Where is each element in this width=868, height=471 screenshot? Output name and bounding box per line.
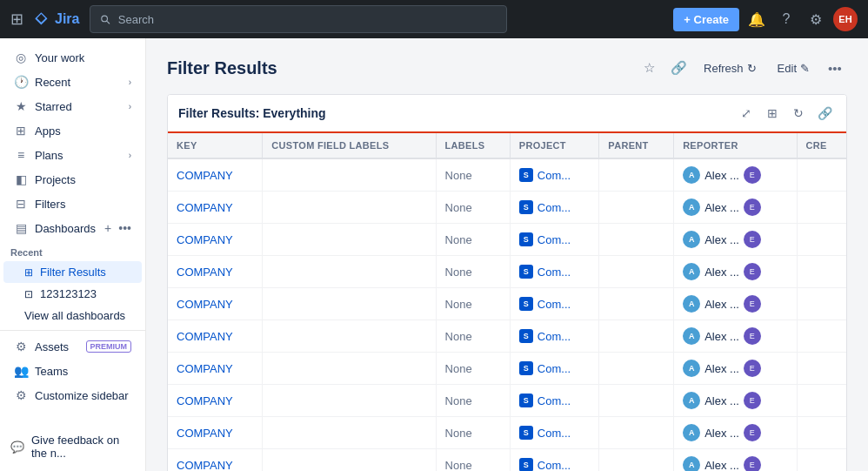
columns-icon-btn[interactable]: ⊞ xyxy=(761,102,784,124)
project-name[interactable]: Com... xyxy=(537,201,571,214)
sidebar-item-recent[interactable]: 🕐 Recent › xyxy=(3,70,142,94)
project-name[interactable]: Com... xyxy=(537,298,571,311)
reporter-avatar: A xyxy=(683,166,700,184)
created-by-avatar: E xyxy=(744,263,761,280)
grid-icon[interactable]: ⊞ xyxy=(10,10,23,29)
created-by-avatar: E xyxy=(744,456,761,471)
cell-key: COMPANY xyxy=(168,192,263,224)
cell-labels: None xyxy=(436,449,510,472)
search-bar[interactable] xyxy=(90,5,507,33)
cell-parent xyxy=(599,256,674,288)
cell-parent xyxy=(599,385,674,417)
cell-labels: None xyxy=(436,353,510,385)
cell-parent xyxy=(599,417,674,449)
sidebar-item-your-work[interactable]: ◎ Your work xyxy=(3,45,142,70)
dashboards-icon: ▤ xyxy=(14,221,28,235)
sidebar-item-teams[interactable]: 👥 Teams xyxy=(3,359,142,383)
key-link[interactable]: COMPANY xyxy=(177,233,233,246)
sidebar-sub-item-view-all[interactable]: View all dashboards xyxy=(3,305,142,326)
cell-project: S Com... xyxy=(510,417,599,449)
project-name[interactable]: Com... xyxy=(537,427,571,440)
key-link[interactable]: COMPANY xyxy=(177,427,233,440)
recent-arrow-icon: › xyxy=(129,77,131,87)
key-link[interactable]: COMPANY xyxy=(177,459,233,472)
sidebar-item-filters[interactable]: ⊟ Filters xyxy=(3,192,142,216)
cell-reporter: A Alex ... E xyxy=(674,353,797,385)
cell-labels: None xyxy=(436,385,510,417)
col-parent: Parent xyxy=(599,133,674,158)
recent-icon: 🕐 xyxy=(14,75,28,89)
search-input[interactable] xyxy=(118,13,498,26)
edit-button[interactable]: Edit ✎ xyxy=(770,57,818,80)
dashboards-more-icon[interactable]: ••• xyxy=(118,221,131,235)
star-button[interactable]: ☆ xyxy=(637,56,661,80)
help-button[interactable]: ? xyxy=(774,7,798,31)
created-by-avatar: E xyxy=(744,392,761,409)
reporter-avatar: A xyxy=(683,360,700,377)
created-by-avatar: E xyxy=(744,424,761,441)
cell-custom-field xyxy=(263,353,436,385)
project-name[interactable]: Com... xyxy=(537,233,571,246)
cell-key: COMPANY xyxy=(168,256,263,288)
cell-labels: None xyxy=(436,192,510,224)
refresh-button[interactable]: Refresh ↻ xyxy=(696,57,765,80)
cell-project: S Com... xyxy=(510,256,599,288)
sidebar-item-apps[interactable]: ⊞ Apps xyxy=(3,118,142,143)
reporter-avatar: A xyxy=(683,392,700,409)
plans-arrow-icon: › xyxy=(129,151,131,160)
key-link[interactable]: COMPANY xyxy=(177,169,233,182)
key-link[interactable]: COMPANY xyxy=(177,362,233,375)
cell-custom-field xyxy=(263,256,436,288)
refresh-icon: ↻ xyxy=(747,62,757,75)
logo[interactable]: Jira xyxy=(34,11,79,27)
sidebar-sub-item-123123123[interactable]: ⊡ 123123123 xyxy=(3,283,142,305)
project-icon: S xyxy=(519,297,533,311)
project-name[interactable]: Com... xyxy=(537,394,571,407)
cell-custom-field xyxy=(263,192,436,224)
col-custom-field: Custom Field Labels xyxy=(263,133,436,158)
key-link[interactable]: COMPANY xyxy=(177,394,233,407)
user-avatar[interactable]: EH xyxy=(833,7,858,31)
create-button[interactable]: + Create xyxy=(673,8,739,31)
reporter-name: Alex ... xyxy=(704,169,739,182)
notifications-button[interactable]: 🔔 xyxy=(744,7,769,31)
sidebar-item-projects[interactable]: ◧ Projects xyxy=(3,167,142,192)
sidebar-sub-item-filter-results[interactable]: ⊞ Filter Results xyxy=(3,261,142,283)
sidebar-item-customize[interactable]: ⚙ Customize sidebar xyxy=(3,383,142,407)
project-name[interactable]: Com... xyxy=(537,266,571,279)
cell-parent xyxy=(599,353,674,385)
sidebar-item-assets[interactable]: ⚙ Assets PREMIUM xyxy=(3,334,142,359)
cell-project: S Com... xyxy=(510,385,599,417)
starred-icon: ★ xyxy=(14,99,28,113)
key-link[interactable]: COMPANY xyxy=(177,298,233,311)
more-button[interactable]: ••• xyxy=(823,56,847,80)
project-name[interactable]: Com... xyxy=(537,169,571,182)
page-title: Filter Results xyxy=(167,58,277,78)
expand-icon-btn[interactable]: ⤢ xyxy=(735,102,758,124)
cell-parent xyxy=(599,449,674,472)
page-header: Filter Results ☆ 🔗 Refresh ↻ Edit ✎ ••• xyxy=(167,56,847,80)
key-link[interactable]: COMPANY xyxy=(177,201,233,214)
project-name[interactable]: Com... xyxy=(537,330,571,343)
cell-created xyxy=(797,449,846,472)
key-link[interactable]: COMPANY xyxy=(177,266,233,279)
card-refresh-btn[interactable]: ↻ xyxy=(787,102,810,124)
project-name[interactable]: Com... xyxy=(537,362,571,375)
cell-parent xyxy=(599,320,674,353)
project-name[interactable]: Com... xyxy=(537,459,571,472)
sidebar-item-plans[interactable]: ≡ Plans › xyxy=(3,143,142,167)
dashboards-add-icon[interactable]: + xyxy=(104,221,111,235)
sidebar-item-starred[interactable]: ★ Starred › xyxy=(3,94,142,118)
link-button[interactable]: 🔗 xyxy=(666,56,691,80)
share-link-btn[interactable]: 🔗 xyxy=(813,102,836,124)
key-link[interactable]: COMPANY xyxy=(177,330,233,343)
sidebar-label-plans: Plans xyxy=(35,149,122,162)
header-actions: ☆ 🔗 Refresh ↻ Edit ✎ ••• xyxy=(637,56,847,80)
settings-button[interactable]: ⚙ xyxy=(804,7,828,31)
cell-project: S Com... xyxy=(510,224,599,256)
project-icon: S xyxy=(519,458,533,471)
feedback-button[interactable]: 💬 Give feedback on the n... xyxy=(10,429,136,464)
main-inner: Filter Results ☆ 🔗 Refresh ↻ Edit ✎ ••• xyxy=(146,38,868,471)
sidebar-item-dashboards[interactable]: ▤ Dashboards + ••• xyxy=(3,216,142,240)
filter-card: Filter Results: Everything ⤢ ⊞ ↻ 🔗 Key C… xyxy=(167,94,847,471)
